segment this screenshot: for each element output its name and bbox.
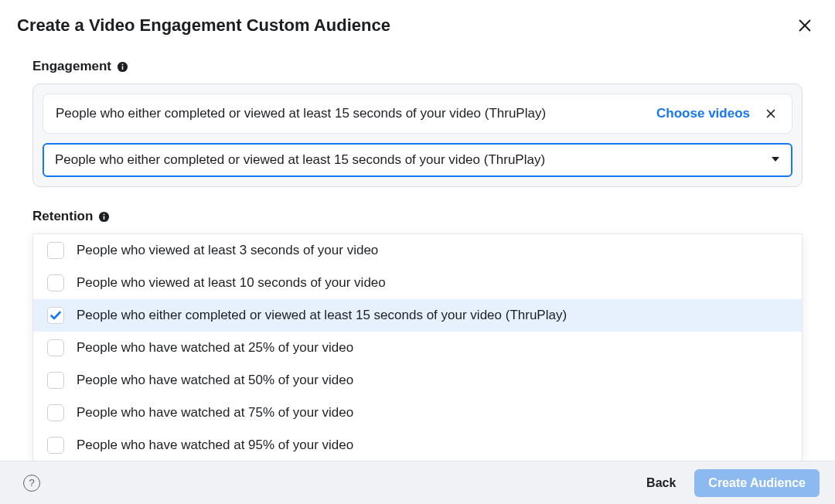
svg-point-10 (104, 213, 105, 215)
engagement-label-text: Engagement (32, 59, 111, 74)
back-button[interactable]: Back (646, 476, 676, 490)
engagement-select[interactable]: People who either completed or viewed at… (43, 143, 792, 177)
retention-label-text: Retention (32, 209, 93, 224)
create-audience-button[interactable]: Create Audience (694, 469, 820, 497)
option-checkbox[interactable] (47, 404, 64, 421)
option-checkbox[interactable] (47, 339, 64, 356)
option-label: People who viewed at least 10 seconds of… (77, 275, 386, 291)
chevron-down-icon (771, 153, 780, 167)
modal-title: Create a Video Engagement Custom Audienc… (17, 15, 390, 36)
engagement-option[interactable]: People who viewed at least 10 seconds of… (33, 267, 802, 299)
option-checkbox[interactable] (47, 307, 64, 324)
engagement-option[interactable]: People who have watched at 25% of your v… (33, 332, 802, 364)
svg-marker-7 (772, 157, 779, 162)
engagement-option[interactable]: People who have watched at 95% of your v… (33, 429, 802, 461)
engagement-row: People who either completed or viewed at… (43, 94, 792, 134)
option-checkbox[interactable] (47, 274, 64, 291)
engagement-select-value: People who either completed or viewed at… (55, 152, 545, 168)
modal-footer: ? Back Create Audience (0, 461, 835, 504)
option-label: People who viewed at least 3 seconds of … (77, 243, 378, 258)
option-label: People who have watched at 25% of your v… (77, 340, 353, 356)
info-icon[interactable] (98, 211, 110, 223)
option-checkbox[interactable] (47, 242, 64, 259)
option-checkbox[interactable] (47, 372, 64, 389)
option-label: People who have watched at 95% of your v… (77, 438, 353, 453)
engagement-selected-text: People who either completed or viewed at… (56, 106, 644, 121)
help-icon[interactable]: ? (23, 475, 40, 492)
svg-rect-3 (122, 66, 124, 70)
option-checkbox[interactable] (47, 437, 64, 454)
engagement-option[interactable]: People who have watched at 50% of your v… (33, 364, 802, 397)
option-label: People who have watched at 50% of your v… (77, 373, 353, 388)
retention-section-label: Retention (32, 209, 803, 224)
option-label: People who have watched at 75% of your v… (77, 405, 353, 421)
choose-videos-link[interactable]: Choose videos (656, 106, 750, 121)
engagement-option[interactable]: People who either completed or viewed at… (33, 299, 802, 332)
engagement-card: People who either completed or viewed at… (32, 83, 803, 187)
engagement-option[interactable]: People who viewed at least 3 seconds of … (33, 234, 802, 267)
remove-engagement-icon[interactable] (762, 105, 779, 122)
info-icon[interactable] (117, 61, 128, 73)
engagement-dropdown-panel: People who viewed at least 3 seconds of … (32, 233, 803, 462)
engagement-option[interactable]: People who have watched at 75% of your v… (33, 397, 802, 429)
option-label: People who either completed or viewed at… (77, 308, 567, 323)
close-icon[interactable] (793, 14, 816, 37)
engagement-section-label: Engagement (32, 59, 803, 74)
svg-point-4 (122, 63, 124, 65)
svg-rect-9 (104, 216, 105, 220)
